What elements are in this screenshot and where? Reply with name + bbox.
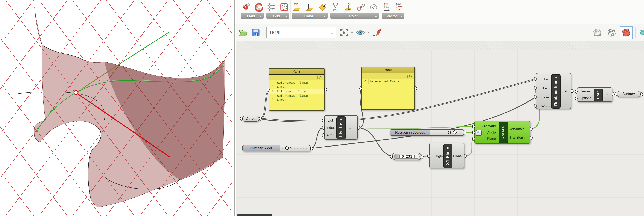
open-file-button[interactable] [238,28,248,37]
replaceitems-name-capsule[interactable]: Replace Items [551,74,561,109]
magnet-field-icon[interactable] [241,2,251,12]
tab-point[interactable]: Point [330,13,379,19]
port[interactable] [464,154,467,158]
rectangular-grid-icon[interactable] [266,2,276,12]
spin-field-icon[interactable] [254,2,264,12]
custom-preview-icon [638,27,644,39]
populate-icon[interactable] [279,2,289,12]
no-preview-icon [592,27,603,38]
zoom-extents-icon [340,28,349,37]
divider-bar[interactable] [234,0,235,216]
port[interactable] [534,95,537,99]
save-file-button[interactable] [251,28,260,37]
port[interactable] [534,77,537,81]
loft-name-capsule[interactable]: Loft [594,89,603,101]
port[interactable] [534,104,537,108]
tab-field[interactable]: Field [241,13,264,19]
port[interactable] [472,131,475,135]
port[interactable] [464,131,466,135]
plane-3pt-icon[interactable] [318,2,328,12]
node-rotate[interactable]: Geometry Angle Plane Rotate Geometry Tra… [474,121,530,144]
tab-grid[interactable]: Grid [266,13,289,19]
window-divider[interactable] [232,0,236,216]
node-surface-param[interactable]: Surface [616,91,641,97]
preview-separator [636,27,636,38]
sketch-tool-button[interactable] [372,27,382,38]
port[interactable] [324,87,327,91]
rotation-slider-handle[interactable] [452,130,457,135]
combobox-chevron-icon[interactable]: ⌄ [330,30,334,35]
port[interactable] [640,92,643,96]
preview-settings-button[interactable] [355,27,366,38]
node-list-item[interactable]: List Index Wrap List Item Item [324,115,358,140]
angle-degrees-button[interactable] [476,130,482,136]
preview-shaded-button[interactable] [620,26,632,39]
port[interactable] [575,90,578,94]
plane-normal-icon[interactable] [305,2,315,12]
toolbar-separator [264,27,264,39]
node-number-value[interactable]: 0.231 [392,153,421,160]
rotation-slider-track[interactable]: 63 [430,130,464,135]
listitem-name-capsule[interactable]: List Item [336,116,346,139]
tab-grid-dropdown-icon[interactable] [285,16,288,17]
rhino-viewport[interactable] [0,0,232,216]
number-slider-track[interactable]: 1 [280,145,310,151]
xyplane-name-capsule[interactable]: XY Plane [443,144,452,168]
port[interactable] [530,127,532,131]
zoom-extents-button[interactable] [340,28,349,37]
port[interactable] [310,147,313,150]
preview-dropdown-icon[interactable] [368,32,370,33]
port[interactable] [359,86,362,90]
tab-plane[interactable]: Plane [292,13,328,19]
port[interactable] [534,86,537,90]
rotate-name-capsule[interactable]: Rotate [499,122,508,143]
vector-display-icon[interactable]: XYZ |v| [394,2,404,12]
closest-point-icon[interactable] [356,2,366,12]
tab-plane-dropdown-icon[interactable] [323,16,326,17]
port[interactable] [472,125,475,129]
node-panel-1[interactable]: Panel {0} 0 Referenced Planar Curve 1 Re… [269,68,324,111]
panel1-row: 0 Referenced Planar Curve [270,80,324,89]
node-xy-plane[interactable]: Origin XY Plane Plane [429,143,464,168]
port[interactable] [259,117,262,121]
tabgroup-vector: XYZ XYZ |v| Vector [380,0,406,19]
point-on-plane-icon[interactable] [343,2,353,12]
construct-point-icon[interactable]: XYZ [330,2,340,12]
port[interactable] [530,136,532,140]
port[interactable] [427,154,430,158]
gh-canvas[interactable] [236,41,644,216]
number-slider-handle[interactable] [285,146,289,150]
point-cloud-icon[interactable] [369,2,379,12]
zoom-dropdown-icon[interactable] [351,32,353,33]
port[interactable] [414,86,417,90]
tab-vector[interactable]: Vector [382,13,404,19]
node-loft[interactable]: Curves Options Loft Loft [577,87,612,102]
port[interactable] [390,155,393,159]
tab-point-dropdown-icon[interactable] [374,16,377,17]
custom-preview-button[interactable] [638,27,644,39]
deconstruct-vector-icon[interactable]: XYZ [382,2,392,12]
port[interactable] [570,89,573,93]
node-replace-items[interactable]: List Item Indices Wrap Replace Items Lis… [536,73,571,109]
preview-wireframe-button[interactable] [606,27,618,39]
node-panel-2[interactable]: Panel {0} 0 Referenced Curve [362,67,415,110]
port[interactable] [357,126,360,130]
port[interactable] [240,117,243,121]
port[interactable] [322,126,325,130]
sketch-pen-icon [372,27,382,38]
tab-vector-dropdown-icon[interactable] [400,16,403,17]
port[interactable] [421,155,424,159]
port[interactable] [614,92,617,96]
tab-field-dropdown-icon[interactable] [259,16,262,17]
port[interactable] [322,133,325,137]
node-number-slider[interactable]: Number Slider 1 [242,145,310,151]
node-curve-param[interactable]: Curve [242,116,259,122]
xy-plane-icon[interactable]: XY [292,2,302,12]
node-rotation-slider[interactable]: Rotation in degrees 63 [390,129,464,136]
zoom-level-combobox[interactable]: 181% ⌄ [266,27,336,38]
preview-off-button[interactable] [592,27,604,39]
port[interactable] [267,87,270,91]
port[interactable] [472,137,475,141]
port[interactable] [575,97,578,100]
port[interactable] [322,119,325,122]
